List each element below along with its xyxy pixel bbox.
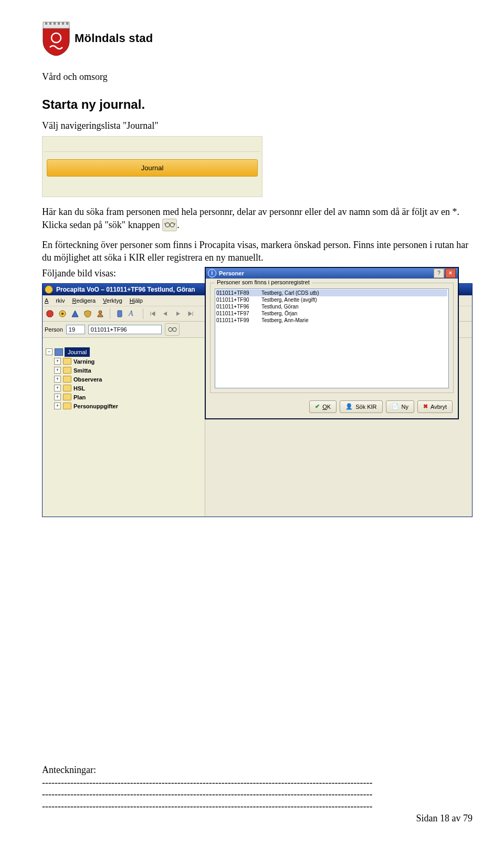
sok-kir-button[interactable]: 👤Sök KIR (340, 400, 382, 413)
tree-expand-icon[interactable]: + (54, 358, 61, 365)
svg-point-18 (173, 327, 176, 331)
toolbar-biohazard-icon[interactable] (57, 308, 68, 319)
toolbar-action-a-icon[interactable]: A (127, 308, 139, 319)
svg-rect-1 (45, 22, 47, 25)
header-logo-block: Mölndals stad (42, 21, 472, 56)
page-number: Sidan 18 av 79 (42, 813, 472, 824)
notes-line: ----------------------------------------… (42, 800, 472, 812)
svg-point-12 (61, 313, 64, 315)
list-item[interactable]: 011011+TF90Testberg, Anette (avgift) (216, 296, 447, 303)
org-name: Mölndals stad (75, 32, 153, 45)
tree-item-observera[interactable]: +Observera (54, 375, 202, 384)
main-content-panel: i Personer ? × Personer som finns i pers… (205, 338, 472, 517)
tree-collapse-icon[interactable]: − (46, 348, 52, 355)
toolbar-prev-icon[interactable] (160, 308, 171, 319)
folder-icon (63, 385, 71, 391)
menu-verktyg[interactable]: Verktyg (103, 297, 122, 304)
person-groupbox: Personer som finns i personregistret 011… (210, 283, 454, 393)
search-button[interactable] (165, 323, 180, 336)
nav-tree-panel: − Journal +Varning +Smitta +Observera +H… (43, 338, 205, 517)
svg-rect-15 (118, 311, 122, 317)
toolbar-stop-icon[interactable] (45, 308, 55, 319)
avbryt-button[interactable]: ✖Avbryt (417, 400, 453, 413)
menu-hjalp[interactable]: Hjälp (130, 297, 143, 304)
notes-line: ----------------------------------------… (42, 777, 472, 789)
nav-list-screenshot: Journal (42, 136, 262, 197)
person-code-input[interactable]: 19 (66, 325, 85, 334)
dialog-icon: i (208, 269, 216, 277)
svg-text:A: A (128, 310, 133, 317)
groupbox-label: Personer som finns i personregistret (215, 279, 312, 285)
person-label: Person (45, 326, 63, 333)
search-icon[interactable] (162, 219, 177, 231)
person-id-input[interactable]: 011011+TF96 (88, 325, 162, 334)
tree-root-journal[interactable]: − Journal (46, 347, 202, 357)
dialog-close-button[interactable]: × (445, 269, 456, 278)
tree-expand-icon[interactable]: + (54, 403, 61, 409)
personer-dialog: i Personer ? × Personer som finns i pers… (205, 267, 458, 419)
menu-redigera[interactable]: Redigera (72, 297, 96, 304)
menu-arkiv[interactable]: Arkiv (45, 297, 65, 304)
folder-icon (63, 358, 71, 365)
tree-item-smitta[interactable]: +Smitta (54, 366, 202, 375)
toolbar-person-icon[interactable] (95, 308, 106, 319)
notes-label: Anteckningar: (42, 765, 472, 776)
dialog-button-row: ✔OK 👤Sök KIR 📄Ny ✖Avbryt (206, 397, 458, 418)
dialog-titlebar: i Personer ? × (206, 268, 458, 279)
procapita-window: Procapita VoO – 011011+TF96 Testlund, Gö… (42, 283, 472, 517)
list-item[interactable]: 011011+TF99Testberg, Ann-Marie (216, 317, 447, 324)
svg-marker-10 (47, 311, 53, 317)
toolbar-last-icon[interactable] (185, 308, 196, 319)
list-item[interactable]: 011011+TF97Testberg, Örjan (216, 310, 447, 317)
svg-point-14 (99, 311, 102, 314)
paragraph-2: En förteckning över personer som finns i… (42, 239, 472, 264)
section-label: Vård och omsorg (42, 71, 472, 83)
intro-line: Välj navigeringslista "Journal" (42, 119, 472, 132)
molndal-coat-of-arms (42, 21, 70, 56)
toolbar-alert-icon[interactable] (70, 308, 80, 319)
list-item[interactable]: 011011+TF96Testlund, Göran (216, 303, 447, 310)
svg-rect-3 (54, 22, 56, 25)
folder-icon (63, 376, 71, 383)
svg-marker-13 (72, 311, 78, 317)
svg-point-17 (169, 327, 172, 331)
folder-icon (63, 394, 71, 400)
dialog-help-button[interactable]: ? (434, 269, 444, 278)
notes-line: ----------------------------------------… (42, 788, 472, 800)
window-title: Procapita VoO – 011011+TF96 Testlund, Gö… (56, 286, 195, 293)
svg-rect-2 (49, 22, 51, 25)
folder-icon (63, 403, 71, 409)
book-icon (55, 348, 63, 356)
svg-point-9 (170, 223, 174, 227)
app-icon (45, 285, 53, 294)
paragraph-1: Här kan du söka fram personen med hela p… (42, 205, 472, 231)
list-item[interactable]: 011011+TF89Testberg, Carl (CDS utb) (216, 290, 447, 296)
svg-rect-5 (62, 22, 64, 25)
tree-expand-icon[interactable]: + (54, 376, 61, 383)
toolbar-shield-icon[interactable] (82, 308, 93, 319)
dialog-title-text: Personer (219, 270, 244, 276)
ok-button[interactable]: ✔OK (309, 400, 337, 413)
ny-button[interactable]: 📄Ny (386, 400, 414, 413)
svg-rect-4 (58, 22, 60, 25)
toolbar-next-icon[interactable] (173, 308, 183, 319)
navlist-item-journal[interactable]: Journal (47, 159, 258, 177)
svg-point-8 (165, 223, 170, 227)
page-title: Starta ny journal. (42, 97, 472, 112)
tree-expand-icon[interactable]: + (54, 367, 61, 374)
tree-item-hsl[interactable]: +HSL (54, 384, 202, 393)
toolbar-first-icon[interactable] (148, 308, 158, 319)
folder-icon (63, 367, 71, 374)
tree-item-plan[interactable]: +Plan (54, 393, 202, 401)
person-listbox[interactable]: 011011+TF89Testberg, Carl (CDS utb) 0110… (215, 288, 449, 388)
tree-expand-icon[interactable]: + (54, 394, 61, 400)
tree-expand-icon[interactable]: + (54, 385, 61, 391)
svg-rect-6 (66, 22, 68, 25)
toolbar-bookmark-icon[interactable] (114, 308, 125, 319)
tree-item-personuppgifter[interactable]: +Personuppgifter (54, 402, 202, 410)
tree-item-varning[interactable]: +Varning (54, 357, 202, 366)
